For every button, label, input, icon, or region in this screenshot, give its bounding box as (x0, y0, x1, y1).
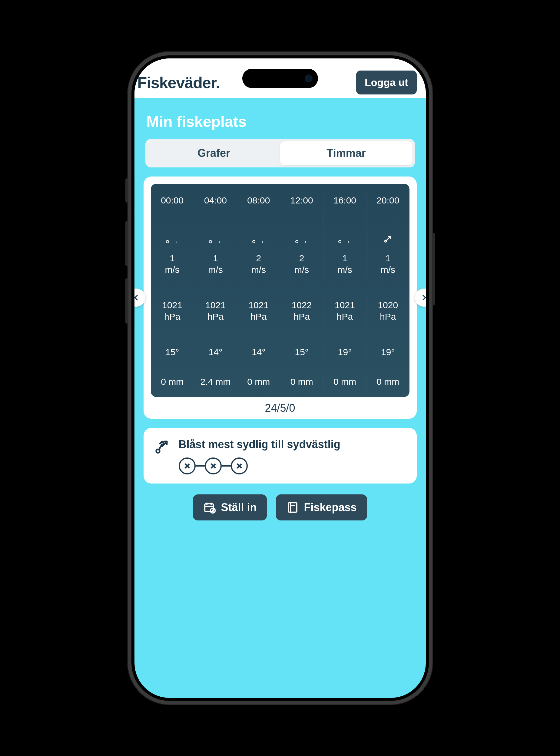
temperature-cell: 19° (323, 343, 366, 361)
wind-dir-cell: → (237, 210, 280, 249)
time-cell: 04:00 (194, 190, 237, 210)
app-title: Fiskeväder. (138, 74, 220, 92)
next-day-button[interactable] (415, 288, 426, 307)
tab-hours[interactable]: Timmar (280, 141, 413, 165)
pressure-cell: 1021hPa (151, 297, 194, 325)
wind-dir-cell: → (323, 210, 366, 249)
rating-node-icon (231, 457, 248, 474)
wind-dir-cell: → (194, 210, 237, 249)
calendar-clock-icon (203, 501, 216, 514)
prev-day-button[interactable] (135, 288, 145, 307)
wind-speed-cell: 1m/s (194, 249, 237, 278)
pressure-cell: 1021hPa (237, 297, 280, 325)
precip-cell: 0 mm (280, 373, 323, 391)
tab-graphs[interactable]: Grafer (148, 141, 280, 165)
time-cell: 08:00 (237, 190, 280, 210)
temperature-cell: 14° (237, 343, 280, 361)
row-wind-direction: → → → → → (151, 210, 409, 249)
rating-indicator (179, 457, 406, 474)
pressure-cell: 1021hPa (323, 297, 366, 325)
time-cell: 20:00 (366, 190, 409, 210)
wind-direction-summary-icon (154, 438, 170, 456)
wind-dir-cell: → (280, 210, 323, 249)
precip-cell: 0 mm (237, 373, 280, 391)
app-screen: Fiskeväder. Logga ut Min fiskeplats Graf… (135, 58, 426, 698)
wind-arrow-right-icon: → (295, 237, 308, 247)
side-button-power (432, 233, 435, 306)
view-tabs: Grafer Timmar (145, 139, 415, 167)
wind-arrow-right-icon: → (252, 237, 265, 247)
logout-button[interactable]: Logga ut (356, 70, 417, 95)
svg-rect-4 (288, 503, 297, 513)
pressure-cell: 1020hPa (366, 297, 409, 325)
temperature-cell: 19° (366, 343, 409, 361)
wind-arrow-right-icon: → (209, 237, 222, 247)
wind-summary-text: Blåst mest sydlig till sydvästlig (179, 438, 406, 451)
precip-cell: 2.4 mm (194, 373, 237, 391)
side-button-silent (125, 178, 128, 203)
phone-frame: Fiskeväder. Logga ut Min fiskeplats Graf… (127, 51, 433, 705)
fishpass-button[interactable]: Fiskepass (276, 494, 367, 520)
wind-speed-cell: 2m/s (280, 249, 323, 278)
side-button-volume-down (125, 278, 128, 324)
hourly-data-grid: 00:00 04:00 08:00 12:00 16:00 20:00 → → (151, 184, 409, 397)
wind-speed-cell: 1m/s (151, 249, 194, 278)
hours-panel: 00:00 04:00 08:00 12:00 16:00 20:00 → → (143, 177, 417, 419)
time-cell: 16:00 (323, 190, 366, 210)
temperature-cell: 14° (194, 343, 237, 361)
wind-dir-cell (366, 210, 409, 249)
settings-button-label: Ställ in (221, 501, 257, 514)
time-cell: 12:00 (280, 190, 323, 210)
svg-rect-2 (205, 504, 214, 512)
chevron-left-icon (135, 294, 140, 302)
panel-date-label: 24/5/0 (151, 402, 409, 414)
action-buttons: Ställ in Fiskepass (143, 494, 417, 520)
wind-summary-card: Blåst mest sydlig till sydvästlig (143, 428, 417, 484)
row-times: 00:00 04:00 08:00 12:00 16:00 20:00 (151, 184, 409, 210)
rating-node-icon (179, 457, 196, 474)
row-temperature: 15° 14° 14° 15° 19° 19° (151, 343, 409, 361)
precip-cell: 0 mm (323, 373, 366, 391)
row-pressure: 1021hPa 1021hPa 1021hPa 1022hPa 1021hPa … (151, 297, 409, 325)
notebook-icon (286, 501, 299, 514)
wind-arrow-ne-icon (383, 234, 393, 243)
precip-cell: 0 mm (366, 373, 409, 391)
row-precipitation: 0 mm 2.4 mm 0 mm 0 mm 0 mm 0 mm (151, 373, 409, 397)
wind-arrow-right-icon: → (338, 237, 351, 247)
wind-arrow-right-icon: → (166, 237, 179, 247)
settings-button[interactable]: Ställ in (193, 494, 267, 520)
wind-speed-cell: 1m/s (366, 249, 409, 278)
fishpass-button-label: Fiskepass (304, 501, 357, 514)
temperature-cell: 15° (151, 343, 194, 361)
time-cell: 00:00 (151, 190, 194, 210)
side-button-volume-up (125, 221, 128, 266)
rating-node-icon (205, 457, 222, 474)
pressure-cell: 1022hPa (280, 297, 323, 325)
wind-dir-cell: → (151, 210, 194, 249)
pressure-cell: 1021hPa (194, 297, 237, 325)
wind-speed-cell: 2m/s (237, 249, 280, 278)
precip-cell: 0 mm (151, 373, 194, 391)
row-wind-speed: 1m/s 1m/s 2m/s 2m/s 1m/s 1m/s (151, 249, 409, 278)
page-title: Min fiskeplats (146, 113, 417, 130)
wind-speed-cell: 1m/s (323, 249, 366, 278)
chevron-right-icon (420, 294, 426, 302)
temperature-cell: 15° (280, 343, 323, 361)
dynamic-island (242, 69, 318, 88)
